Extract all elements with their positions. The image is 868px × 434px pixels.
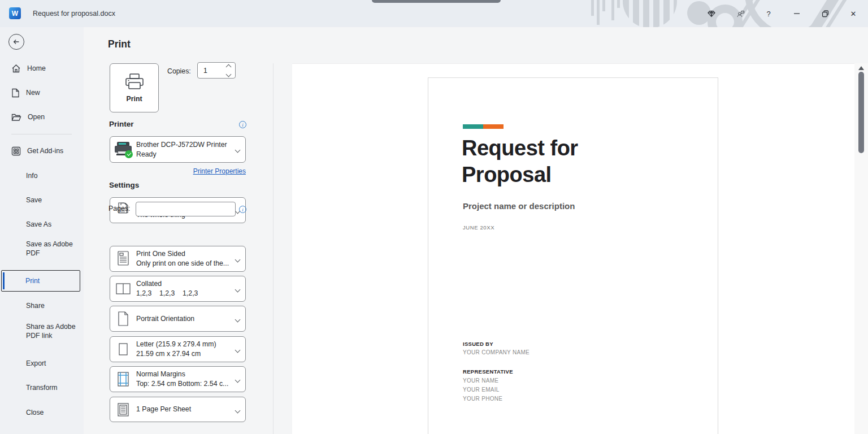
sidebar-item-save-as-adobe-pdf[interactable]: Save as Adobe PDF bbox=[0, 240, 84, 260]
back-button[interactable] bbox=[8, 34, 24, 50]
rep-email: YOUR EMAIL bbox=[463, 387, 500, 393]
collated-icon bbox=[110, 283, 136, 295]
accent-orange bbox=[483, 124, 504, 129]
scrollbar-thumb[interactable] bbox=[858, 72, 864, 153]
preview-scrollbar[interactable] bbox=[854, 63, 868, 434]
margins-dropdown[interactable]: Normal Margins Top: 2.54 cm Bottom: 2.54… bbox=[110, 366, 246, 392]
pages-per-sheet-icon bbox=[110, 402, 136, 417]
sidebar-item-save[interactable]: Save bbox=[0, 193, 84, 207]
sidebar-item-home[interactable]: Home bbox=[0, 61, 84, 76]
printer-section-heading: Printer bbox=[109, 120, 134, 128]
printer-info-icon[interactable] bbox=[239, 121, 246, 128]
selection-accent-bar bbox=[3, 272, 5, 289]
document-heading: Request for Proposal bbox=[462, 135, 609, 188]
minimize-icon[interactable] bbox=[789, 7, 804, 20]
print-button[interactable]: Print bbox=[110, 63, 159, 112]
sidebar-item-new[interactable]: New bbox=[0, 85, 84, 100]
spin-down-icon[interactable] bbox=[226, 72, 232, 77]
home-icon bbox=[11, 64, 21, 73]
pane-divider bbox=[273, 63, 274, 434]
sidebar-item-share[interactable]: Share bbox=[0, 298, 84, 313]
pages-per-sheet-dropdown[interactable]: 1 Page Per Sheet bbox=[110, 397, 246, 422]
one-sided-icon bbox=[110, 250, 136, 267]
page-title: Print bbox=[108, 38, 131, 50]
add-ins-icon bbox=[11, 146, 21, 156]
sidebar-item-export[interactable]: Export bbox=[0, 356, 84, 371]
scroll-up-icon[interactable] bbox=[858, 66, 864, 70]
pages-label: Pages: bbox=[108, 205, 130, 212]
issued-by-label: ISSUED BY bbox=[463, 341, 493, 347]
duplex-dropdown[interactable]: Print One Sided Only print on one side o… bbox=[110, 246, 246, 272]
open-folder-icon bbox=[11, 113, 21, 121]
document-date: JUNE 20XX bbox=[463, 224, 494, 231]
accent-teal bbox=[463, 124, 483, 129]
titlebar: W Request for proposal.docx ? ✕ bbox=[0, 0, 868, 27]
pages-info-icon[interactable] bbox=[239, 206, 246, 213]
sidebar-item-get-add-ins[interactable]: Get Add-ins bbox=[0, 144, 84, 158]
feedback-icon[interactable] bbox=[734, 7, 748, 20]
accent-bar bbox=[463, 124, 504, 129]
help-icon[interactable]: ? bbox=[761, 7, 776, 20]
sidebar-item-open[interactable]: Open bbox=[0, 110, 84, 124]
sidebar-divider bbox=[11, 134, 72, 134]
sidebar-item-print[interactable]: Print bbox=[1, 270, 80, 292]
printer-dropdown[interactable]: Brother DCP-J572DW Printer Ready bbox=[110, 136, 246, 163]
representative-label: REPRESENTATIVE bbox=[463, 368, 513, 375]
margins-icon bbox=[110, 371, 136, 387]
sidebar-item-info[interactable]: Info bbox=[0, 168, 84, 183]
document-title: Request for proposal.docx bbox=[33, 10, 115, 18]
sidebar-item-share-as-adobe-pdf-link[interactable]: Share as Adobe PDF link bbox=[0, 322, 84, 342]
settings-section-heading: Settings bbox=[109, 181, 139, 189]
pages-input[interactable] bbox=[136, 202, 236, 216]
restore-icon[interactable] bbox=[818, 7, 832, 20]
printer-device-icon bbox=[110, 142, 136, 157]
printer-icon bbox=[124, 73, 145, 91]
paper-size-dropdown[interactable]: Letter (215.9 x 279.4 mm) 21.59 cm x 27.… bbox=[110, 336, 246, 362]
company-name: YOUR COMPANY NAME bbox=[463, 349, 530, 355]
rep-phone: YOUR PHONE bbox=[463, 396, 502, 402]
close-icon[interactable]: ✕ bbox=[846, 7, 861, 20]
word-logo-icon: W bbox=[9, 7, 21, 19]
rep-name: YOUR NAME bbox=[463, 377, 498, 384]
document-subtitle: Project name or description bbox=[463, 201, 575, 211]
document-page-preview: Request for Proposal Project name or des… bbox=[428, 77, 718, 434]
copies-stepper[interactable] bbox=[197, 62, 236, 79]
orientation-dropdown[interactable]: Portrait Orientation bbox=[110, 306, 246, 332]
paper-size-icon bbox=[110, 342, 136, 356]
copies-input[interactable] bbox=[198, 66, 227, 75]
sidebar-item-close[interactable]: Close bbox=[0, 405, 84, 420]
sidebar-item-transform[interactable]: Transform bbox=[0, 380, 84, 395]
spin-up-icon[interactable] bbox=[226, 64, 232, 70]
printer-properties-link[interactable]: Printer Properties bbox=[168, 167, 246, 175]
print-pane: Print Print Copies: Printer Brother DCP-… bbox=[84, 27, 273, 434]
portrait-icon bbox=[110, 311, 136, 327]
backstage-sidebar: Home New Open Get Add-ins Info Save Save… bbox=[0, 27, 84, 434]
premium-gem-icon[interactable] bbox=[704, 7, 719, 20]
new-document-icon bbox=[11, 88, 20, 98]
copies-label: Copies: bbox=[167, 67, 191, 75]
background-window-remnant bbox=[372, 0, 501, 3]
collation-dropdown[interactable]: Collated 1,2,3 1,2,3 1,2,3 bbox=[110, 276, 246, 302]
sidebar-item-save-as[interactable]: Save As bbox=[0, 217, 84, 232]
